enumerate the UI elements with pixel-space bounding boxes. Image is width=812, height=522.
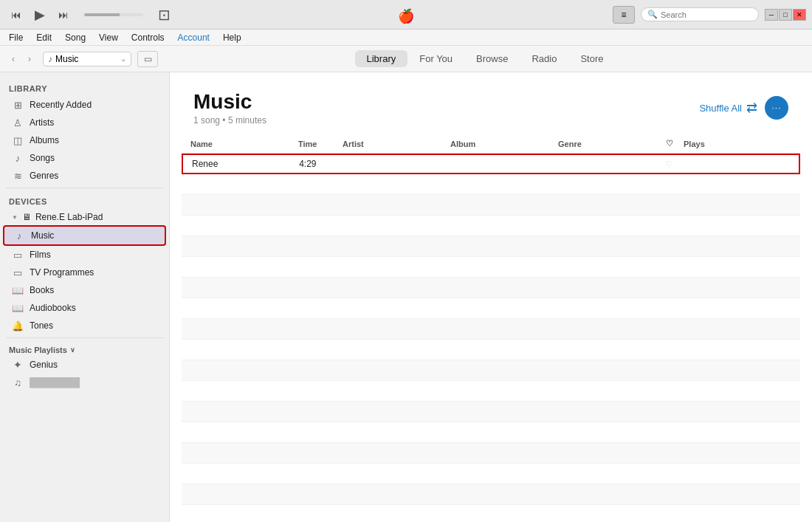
tab-store[interactable]: Store [568,50,615,67]
menu-view[interactable]: View [93,31,124,44]
sidebar-label-films: Films [30,250,51,260]
sidebar-item-genius[interactable]: ✦ Genius [3,356,166,374]
sidebar-item-songs[interactable]: ♪ Songs [3,149,166,167]
col-artist: Artist [343,140,450,148]
empty-row [182,216,800,236]
sidebar-item-recently-added[interactable]: ⊞ Recently Added [3,96,166,114]
sidebar-label-tv: TV Programmes [30,267,94,278]
title-bar: ⏮ ▶ ⏭ ⊡ 🍎 ≡ 🔍 ─ □ ✕ [0,0,812,30]
main-layout: Library ⊞ Recently Added ♙ Artists ◫ Alb… [0,72,812,522]
sidebar-label-playlist1: ████████ [30,377,80,388]
sidebar-label-music: Music [31,230,54,241]
play-button[interactable]: ▶ [30,4,50,25]
content-header: Music 1 song • 5 minutes Shuffle All ⇄ ·… [170,72,812,134]
fastforward-button[interactable]: ⏭ [53,4,74,25]
apple-logo: 🍎 [398,8,414,24]
more-button[interactable]: ··· [765,96,788,120]
menu-controls[interactable]: Controls [125,31,171,44]
sidebar-label-genres: Genres [30,171,58,181]
music-icon: ♪ [13,230,25,241]
menu-song[interactable]: Song [59,31,92,44]
empty-row [182,360,800,381]
nav-back-button[interactable]: ‹ [6,52,21,66]
empty-row [182,422,800,443]
shuffle-icon: ⇄ [746,100,757,116]
playlists-header-label: Music Playlists [9,346,67,354]
menu-file[interactable]: File [3,31,29,44]
empty-row [182,257,800,278]
albums-icon: ◫ [12,134,24,146]
empty-row [182,195,800,216]
sidebar-item-albums[interactable]: ◫ Albums [3,131,166,149]
tab-for-you[interactable]: For You [407,50,464,67]
menu-edit[interactable]: Edit [30,31,58,44]
films-icon: ▭ [12,249,24,261]
sidebar-label-tones: Tones [30,320,53,331]
heart-icon[interactable]: ♡ [665,159,683,169]
device-icon: 🖥 [22,212,31,222]
tab-browse[interactable]: Browse [464,50,520,67]
menu-account[interactable]: Account [172,31,216,44]
sidebar-label-artists: Artists [30,117,54,128]
col-plays: Plays [684,140,791,148]
menu-bar: File Edit Song View Controls Account Hel… [0,30,812,46]
sidebar-item-tones[interactable]: 🔔 Tones [3,317,166,334]
nav-location[interactable]: ♪ Music ⌄ [43,52,131,66]
location-arrow-icon: ⌄ [120,55,126,63]
tab-library[interactable]: Library [355,50,408,67]
device-header[interactable]: ▼ 🖥 Rene.E Lab-iPad [3,209,166,225]
sidebar-label-genius: Genius [30,360,58,370]
airplay-button[interactable]: ⊡ [154,4,174,25]
close-button[interactable]: ✕ [793,9,806,21]
empty-row [182,381,800,402]
search-icon: 🔍 [647,10,658,19]
sidebar-item-tv[interactable]: ▭ TV Programmes [3,264,166,281]
nav-bar: ‹ › ♪ Music ⌄ ▭ Library For You Browse R… [0,46,812,72]
window-controls: ─ □ ✕ [765,9,806,21]
sidebar-item-audiobooks[interactable]: 📖 Audiobooks [3,299,166,317]
screen-button[interactable]: ▭ [137,51,158,67]
list-view-button[interactable]: ≡ [613,6,635,24]
sidebar-item-books[interactable]: 📖 Books [3,281,166,299]
sidebar-label-songs: Songs [30,153,55,163]
sidebar-item-films[interactable]: ▭ Films [3,246,166,264]
sidebar-item-playlist1[interactable]: ♫ ████████ [3,374,166,391]
shuffle-all-button[interactable]: Shuffle All ⇄ [699,100,757,116]
sidebar-divider-2 [6,337,163,338]
minimize-button[interactable]: ─ [765,9,778,21]
empty-rows [182,174,800,505]
playlists-section-header[interactable]: Music Playlists ∨ [0,341,169,356]
col-album: Album [450,140,558,148]
empty-row [182,402,800,422]
search-input[interactable] [661,10,749,19]
content-title-block: Music 1 song • 5 minutes [193,90,266,126]
library-section-header: Library [0,78,169,96]
tones-icon: 🔔 [12,320,24,332]
shuffle-label: Shuffle All [699,103,742,114]
col-heart: ♡ [666,139,684,148]
nav-forward-button[interactable]: › [22,52,37,66]
tab-radio[interactable]: Radio [520,50,568,67]
empty-row [182,278,800,298]
empty-row [182,464,800,484]
songs-icon: ♪ [12,152,24,164]
device-triangle-icon: ▼ [12,214,18,221]
artists-icon: ♙ [12,117,24,128]
sidebar-label-albums: Albums [30,135,59,145]
nav-arrows: ‹ › [6,52,37,66]
device-name-label: Rene.E Lab-iPad [35,212,103,222]
search-box[interactable]: 🔍 [641,7,759,21]
sidebar-item-artists[interactable]: ♙ Artists [3,114,166,131]
volume-slider[interactable] [84,13,143,16]
sidebar-item-music[interactable]: ♪ Music [3,225,166,246]
location-icon: ♪ [48,54,52,64]
rewind-button[interactable]: ⏮ [6,4,27,25]
table-header: Name Time Artist Album Genre ♡ Plays [182,134,800,154]
sidebar-item-genres[interactable]: ≋ Genres [3,167,166,185]
col-time: Time [298,140,343,148]
menu-help[interactable]: Help [217,31,247,44]
playlist-icon: ♫ [12,377,24,388]
table-row[interactable]: Renee 4:29 ♡ [182,154,800,174]
sidebar: Library ⊞ Recently Added ♙ Artists ◫ Alb… [0,72,170,522]
maximize-button[interactable]: □ [779,9,792,21]
